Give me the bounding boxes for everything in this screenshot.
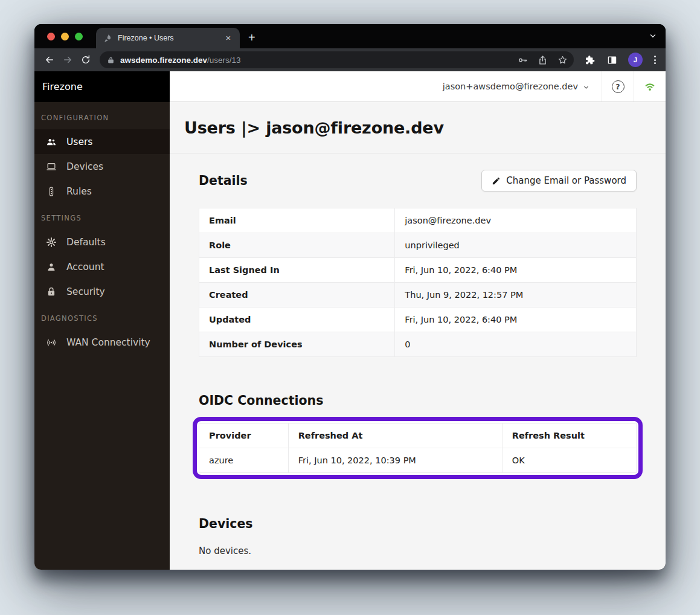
details-row-label: Email <box>199 208 395 233</box>
change-email-password-label: Change Email or Password <box>506 175 626 186</box>
oidc-col-refresh-result: Refresh Result <box>502 423 636 448</box>
details-row-number-of-devices: Number of Devices 0 <box>199 332 637 357</box>
details-table-body: Email jason@firezone.dev Role unprivileg… <box>199 208 637 357</box>
user-menu[interactable]: jason+awsdemo@firezone.dev <box>431 71 602 101</box>
details-row-value: Fri, Jun 10, 2022, 6:40 PM <box>395 258 637 283</box>
details-heading: Details <box>199 173 248 188</box>
details-row-last-signed-in: Last Signed In Fri, Jun 10, 2022, 6:40 P… <box>199 258 637 283</box>
highlight-box: ProviderRefreshed AtRefresh Result azure… <box>193 417 643 479</box>
details-row-email: Email jason@firezone.dev <box>199 208 637 233</box>
defaults-icon <box>45 236 57 248</box>
sidebar-item-devices[interactable]: Devices <box>34 154 170 179</box>
details-row-label: Role <box>199 233 395 258</box>
lock-icon <box>107 56 115 64</box>
sidebar-item-defaults[interactable]: Defaults <box>34 230 170 254</box>
oidc-cell: azure <box>199 448 289 473</box>
main-area: jason+awsdemo@firezone.dev ? Users |> ja… <box>170 71 666 570</box>
sidebar-item-label: Rules <box>66 186 92 197</box>
oidc-row: azureFri, Jun 10, 2022, 10:39 PMOK <box>199 448 637 473</box>
chevron-down-icon <box>583 84 589 91</box>
sidebar-item-wan-connectivity[interactable]: WAN Connectivity <box>34 330 170 355</box>
close-window-button[interactable] <box>47 33 55 40</box>
details-row-value: Thu, Jun 9, 2022, 12:57 PM <box>395 283 637 308</box>
help-link[interactable]: ? <box>602 71 634 101</box>
tab-close-icon[interactable]: × <box>223 33 234 43</box>
oidc-cell: OK <box>502 448 636 473</box>
browser-tab[interactable]: Firezone • Users × <box>96 28 240 48</box>
topnav-spacer <box>170 71 431 101</box>
wan-connectivity-icon <box>45 336 57 349</box>
sidebar-item-security[interactable]: Security <box>34 279 170 304</box>
kebab-menu-icon[interactable] <box>650 56 660 64</box>
details-row-created: Created Thu, Jun 9, 2022, 12:57 PM <box>199 283 637 308</box>
traffic-lights <box>34 24 96 48</box>
key-icon[interactable] <box>518 55 528 65</box>
side-panel-icon[interactable] <box>606 54 618 66</box>
pencil-icon <box>492 176 501 185</box>
page-title: Users |> jason@firezone.dev <box>184 118 444 137</box>
page-content: Details Change Email or Password Email j… <box>170 153 666 570</box>
devices-empty-text: No devices. <box>199 546 637 556</box>
page-header: Users |> jason@firezone.dev <box>170 102 666 153</box>
wifi-status-icon <box>643 80 657 93</box>
minimize-window-button[interactable] <box>61 33 69 40</box>
tab-strip: Firezone • Users × + <box>34 24 666 48</box>
browser-window: Firezone • Users × + awsdemo.firezone.de… <box>34 24 666 570</box>
sidebar-item-rules[interactable]: Rules <box>34 179 170 204</box>
url-path: /users/13 <box>207 56 241 65</box>
forward-icon[interactable] <box>60 52 75 68</box>
sidebar-item-label: Devices <box>66 161 103 172</box>
sidebar: Firezone CONFIGURATION Users Devices Rul… <box>34 71 170 570</box>
profile-avatar[interactable]: J <box>628 53 643 67</box>
sidebar-section-label: SETTINGS <box>34 204 170 230</box>
security-icon <box>45 286 57 298</box>
user-email: jason+awsdemo@firezone.dev <box>443 82 578 91</box>
details-row-label: Updated <box>199 308 395 332</box>
oidc-cell: Fri, Jun 10, 2022, 10:39 PM <box>288 448 502 473</box>
back-icon[interactable] <box>42 52 57 68</box>
change-email-password-button[interactable]: Change Email or Password <box>481 170 637 192</box>
sidebar-item-account[interactable]: Account <box>34 254 170 279</box>
sidebar-item-label: Account <box>66 262 104 272</box>
brand-logo[interactable]: Firezone <box>34 71 170 102</box>
firezone-favicon-icon <box>103 34 112 43</box>
url-domain: awsdemo.firezone.dev <box>120 56 207 65</box>
oidc-header-row: ProviderRefreshed AtRefresh Result <box>199 423 637 448</box>
new-tab-button[interactable]: + <box>248 31 255 45</box>
sidebar-item-label: Security <box>66 286 105 297</box>
users-icon <box>45 136 57 148</box>
details-row-updated: Updated Fri, Jun 10, 2022, 6:40 PM <box>199 308 637 332</box>
reload-icon[interactable] <box>78 52 94 68</box>
sidebar-item-label: Users <box>66 137 92 147</box>
sidebar-item-label: WAN Connectivity <box>66 337 150 348</box>
extensions-icon[interactable] <box>584 54 596 66</box>
chevron-down-icon[interactable] <box>649 31 657 40</box>
oidc-heading: OIDC Connections <box>199 393 637 408</box>
details-row-value: Fri, Jun 10, 2022, 6:40 PM <box>395 308 637 332</box>
address-bar[interactable]: awsdemo.firezone.dev/users/13 <box>100 51 574 68</box>
details-row-label: Created <box>199 283 395 308</box>
url-text: awsdemo.firezone.dev/users/13 <box>120 56 508 65</box>
maximize-window-button[interactable] <box>75 33 83 40</box>
details-row-value: 0 <box>395 332 637 357</box>
oidc-table: ProviderRefreshed AtRefresh Result azure… <box>199 423 637 473</box>
wan-status-link[interactable] <box>634 71 666 101</box>
details-table: Email jason@firezone.dev Role unprivileg… <box>199 208 637 357</box>
account-icon <box>45 261 57 273</box>
oidc-col-refreshed-at: Refreshed At <box>288 423 502 448</box>
sidebar-item-label: Defaults <box>66 237 106 248</box>
oidc-col-provider: Provider <box>199 423 289 448</box>
sidebar-section-label: DIAGNOSTICS <box>34 304 170 330</box>
oidc-table-body: azureFri, Jun 10, 2022, 10:39 PMOK <box>199 448 637 473</box>
details-row-label: Last Signed In <box>199 258 395 283</box>
details-row-value: unprivileged <box>395 233 637 258</box>
rules-icon <box>45 185 57 198</box>
top-navbar: jason+awsdemo@firezone.dev ? <box>170 71 666 102</box>
details-row-value: jason@firezone.dev <box>395 208 637 233</box>
sidebar-section-label: CONFIGURATION <box>34 103 170 129</box>
star-icon[interactable] <box>557 55 568 65</box>
share-icon[interactable] <box>538 55 548 65</box>
sidebar-item-users[interactable]: Users <box>34 129 170 154</box>
firezone-app: Firezone CONFIGURATION Users Devices Rul… <box>34 71 666 570</box>
devices-heading: Devices <box>199 517 637 531</box>
